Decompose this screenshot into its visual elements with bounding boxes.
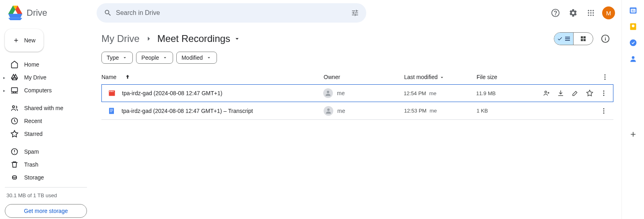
trash-icon	[10, 161, 19, 169]
settings-icon[interactable]	[565, 5, 581, 21]
breadcrumb-dropdown-icon[interactable]	[233, 35, 241, 42]
svg-rect-29	[110, 109, 113, 109]
row-actions	[541, 87, 613, 100]
new-button-label: New	[24, 37, 35, 44]
file-name: tpa-irdz-gad (2024-08-08 12:47 GMT+1)	[122, 90, 323, 96]
filter-modified[interactable]: Modified	[176, 52, 217, 64]
column-owner[interactable]: Owner	[324, 74, 404, 80]
new-button[interactable]: New	[5, 29, 43, 52]
sidebar-item-label: Recent	[24, 118, 42, 124]
expand-icon[interactable]: ▸	[3, 88, 5, 93]
column-modified[interactable]: Last modified	[404, 74, 477, 80]
svg-point-12	[12, 106, 14, 108]
svg-rect-20	[109, 91, 110, 92]
drive-logo-icon	[7, 5, 23, 21]
calendar-addon-icon[interactable]: 31	[629, 6, 637, 15]
arrow-up-icon	[124, 74, 131, 80]
svg-point-24	[545, 91, 547, 93]
sidebar-item-starred[interactable]: Starred	[5, 127, 87, 140]
share-button[interactable]	[541, 87, 553, 100]
sidebar-item-trash[interactable]: Trash	[5, 158, 87, 171]
grid-view-button[interactable]	[574, 33, 593, 45]
search-bar[interactable]	[97, 3, 366, 23]
table-header: Name Owner Last modified File size	[101, 70, 613, 84]
svg-point-25	[603, 90, 605, 92]
star-button[interactable]	[584, 87, 596, 100]
spam-icon	[10, 148, 19, 156]
sidebar-item-shared[interactable]: Shared with me	[5, 102, 87, 115]
check-icon	[557, 36, 563, 42]
column-name[interactable]: Name	[101, 74, 324, 80]
search-icon[interactable]	[100, 5, 116, 21]
header-more-button[interactable]	[601, 73, 613, 81]
more-button[interactable]	[597, 104, 610, 117]
rename-button[interactable]	[569, 87, 581, 100]
modified-cell: 12:53 PM me	[404, 108, 477, 114]
svg-point-10	[592, 15, 594, 16]
breadcrumb-parent[interactable]: My Drive	[101, 33, 140, 44]
sidebar-item-spam[interactable]: Spam	[5, 145, 87, 158]
file-name: tpa-irdz-gad (2024-08-08 12:47 GMT+1) – …	[122, 108, 324, 114]
apps-icon[interactable]	[583, 5, 599, 21]
svg-rect-28	[109, 108, 114, 114]
svg-point-6	[590, 12, 591, 13]
owner-cell: me	[324, 106, 404, 116]
search-tune-icon[interactable]	[347, 5, 363, 21]
plus-icon	[13, 35, 19, 45]
svg-rect-21	[111, 91, 112, 92]
breadcrumb-current[interactable]: Meet Recordings	[157, 33, 230, 44]
sidebar-item-label: Trash	[24, 161, 38, 168]
filter-row: Type People Modified	[101, 52, 613, 64]
contacts-addon-icon[interactable]	[629, 55, 637, 63]
storage-icon	[10, 173, 19, 181]
svg-point-8	[588, 15, 589, 16]
owner-avatar-icon	[323, 88, 333, 98]
get-storage-button[interactable]: Get more storage	[5, 204, 87, 218]
sidebar-item-mydrive[interactable]: ▸ My Drive	[5, 71, 87, 84]
list-icon	[564, 35, 571, 42]
search-input[interactable]	[116, 9, 347, 17]
row-actions	[541, 104, 613, 117]
svg-rect-11	[12, 88, 18, 92]
account-avatar[interactable]: M	[602, 6, 615, 19]
keep-addon-icon[interactable]	[629, 23, 637, 31]
svg-point-16	[605, 74, 606, 75]
sidebar-item-storage[interactable]: Storage	[5, 171, 87, 184]
svg-point-9	[590, 15, 591, 16]
more-vert-icon	[601, 73, 609, 81]
logo-area[interactable]: Drive	[5, 5, 93, 21]
sidebar-item-label: Home	[24, 61, 39, 68]
list-view-button[interactable]	[554, 33, 574, 45]
sidebar-item-computers[interactable]: ▸ Computers	[5, 84, 87, 97]
top-actions: M	[547, 5, 618, 21]
sidebar-item-home[interactable]: Home	[5, 58, 87, 71]
column-size[interactable]: File size	[477, 74, 541, 80]
help-icon[interactable]	[547, 5, 564, 21]
add-addon-icon[interactable]	[629, 130, 637, 138]
sidebar-item-recent[interactable]: Recent	[5, 115, 87, 127]
svg-point-35	[603, 112, 605, 113]
filter-people[interactable]: People	[136, 52, 173, 64]
svg-point-41	[630, 40, 636, 46]
table-row[interactable]: tpa-irdz-gad (2024-08-08 12:47 GMT+1) – …	[101, 102, 613, 120]
table-row[interactable]: tpa-irdz-gad (2024-08-08 12:47 GMT+1) me…	[101, 84, 613, 102]
size-cell: 11.9 MB	[476, 90, 541, 96]
more-button[interactable]	[598, 87, 610, 100]
caret-down-icon	[439, 75, 445, 80]
drive-icon	[10, 73, 19, 81]
topbar: Drive M	[0, 0, 621, 26]
svg-point-5	[588, 12, 589, 13]
sidepanel: 31	[621, 0, 644, 219]
modified-cell: 12:54 PM me	[404, 90, 476, 96]
tasks-addon-icon[interactable]	[629, 39, 637, 47]
recent-icon	[10, 117, 19, 125]
svg-point-34	[603, 110, 605, 111]
storage-usage-text: 30.1 MB of 1 TB used	[5, 192, 87, 198]
sidebar-item-label: My Drive	[24, 74, 46, 81]
doc-file-icon	[101, 107, 122, 115]
info-button[interactable]	[597, 31, 613, 47]
breadcrumb: My Drive Meet Recordings	[101, 31, 613, 47]
filter-type[interactable]: Type	[101, 52, 133, 64]
expand-icon[interactable]: ▸	[3, 75, 5, 80]
download-button[interactable]	[555, 87, 567, 100]
